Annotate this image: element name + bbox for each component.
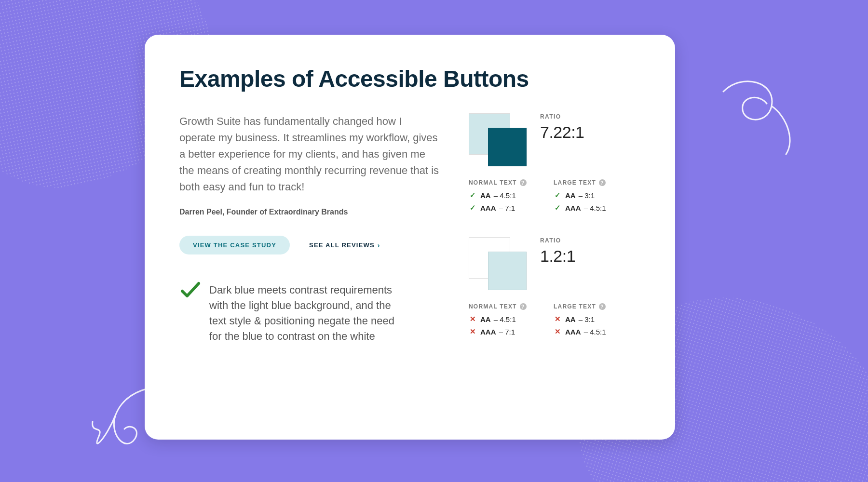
pass-icon: ✓	[469, 203, 476, 212]
help-icon[interactable]: ?	[599, 303, 606, 310]
swatch-pair-2	[469, 237, 527, 290]
large-text-heading-2: LARGE TEXT	[554, 303, 596, 310]
testimonial-attribution: Darren Peel, Founder of Extraordinary Br…	[179, 208, 440, 216]
normal-text-col-2: NORMAL TEXT ? ✕AA – 4.5:1 ✕AAA – 7:1	[469, 302, 536, 340]
left-column: Growth Suite has fundamentally changed h…	[179, 113, 440, 361]
see-all-reviews-label: SEE ALL REVIEWS	[309, 241, 375, 249]
swatch-pair-1	[469, 113, 527, 166]
testimonial-quote: Growth Suite has fundamentally changed h…	[179, 113, 440, 195]
checkmark-icon	[179, 280, 201, 301]
contrast-sample-2: RATIO 1.2:1 NORMAL TEXT ? ✕AA – 4.5:1 ✕A…	[469, 237, 633, 340]
pass-icon: ✓	[554, 191, 561, 200]
accessibility-note-text: Dark blue meets contrast requirements wi…	[209, 282, 402, 344]
swatch-front-2	[488, 252, 527, 290]
page-title: Examples of Accessible Buttons	[179, 66, 640, 92]
decorative-squiggle-top-right	[714, 77, 805, 159]
large-text-col-2: LARGE TEXT ? ✕AA – 3:1 ✕AAA – 4.5:1	[554, 302, 621, 340]
chevron-right-icon: ›	[378, 241, 380, 249]
large-text-heading-1: LARGE TEXT	[554, 179, 596, 186]
help-icon[interactable]: ?	[520, 303, 527, 310]
normal-text-col-1: NORMAL TEXT ? ✓AA – 4.5:1 ✓AAA – 7:1	[469, 178, 536, 216]
fail-icon: ✕	[554, 315, 561, 323]
fail-icon: ✕	[469, 315, 476, 323]
normal-text-heading-1: NORMAL TEXT	[469, 179, 517, 186]
fail-icon: ✕	[469, 327, 476, 336]
help-icon[interactable]: ?	[599, 179, 606, 186]
large-text-col-1: LARGE TEXT ? ✓AA – 3:1 ✓AAA – 4.5:1	[554, 178, 621, 216]
content-card: Examples of Accessible Buttons Growth Su…	[145, 35, 675, 440]
ratio-value-2: 1.2:1	[540, 247, 575, 266]
pass-icon: ✓	[469, 191, 476, 200]
help-icon[interactable]: ?	[520, 179, 527, 186]
accessibility-note: Dark blue meets contrast requirements wi…	[179, 282, 440, 344]
pass-icon: ✓	[554, 203, 561, 212]
normal-text-heading-2: NORMAL TEXT	[469, 303, 517, 310]
ratio-value-1: 7.22:1	[540, 123, 584, 142]
contrast-sample-1: RATIO 7.22:1 NORMAL TEXT ? ✓AA – 4.5:1 ✓…	[469, 113, 633, 216]
ratio-label-2: RATIO	[540, 237, 575, 244]
swatch-front-1	[488, 128, 527, 166]
cta-row: VIEW THE CASE STUDY SEE ALL REVIEWS ›	[179, 236, 440, 254]
view-case-study-button[interactable]: VIEW THE CASE STUDY	[179, 236, 290, 254]
fail-icon: ✕	[554, 327, 561, 336]
see-all-reviews-link[interactable]: SEE ALL REVIEWS ›	[309, 241, 380, 249]
right-column: RATIO 7.22:1 NORMAL TEXT ? ✓AA – 4.5:1 ✓…	[469, 113, 633, 361]
ratio-label-1: RATIO	[540, 113, 584, 120]
